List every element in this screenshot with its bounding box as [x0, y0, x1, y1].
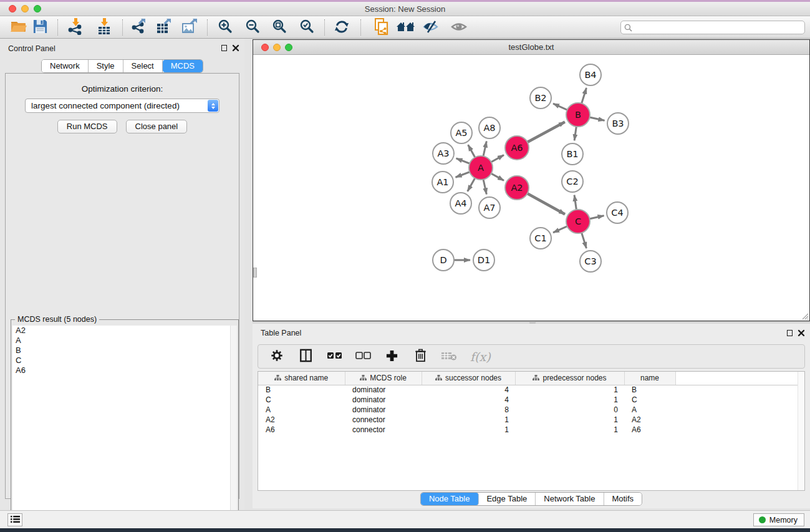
zoom-in-button[interactable]: [214, 18, 236, 37]
select-all-button[interactable]: [327, 349, 342, 364]
table-header-row[interactable]: shared nameMCDS rolesuccessor nodesprede…: [258, 372, 804, 385]
toolbar-separator: [360, 19, 361, 36]
float-panel-icon[interactable]: [787, 330, 793, 336]
function-builder-button[interactable]: f(x): [470, 350, 491, 364]
save-session-button[interactable]: [29, 18, 51, 37]
show-columns-button[interactable]: [298, 349, 313, 364]
search-box: [620, 21, 805, 34]
zoom-out-button[interactable]: [241, 18, 264, 37]
hide-selected-button[interactable]: [420, 18, 442, 37]
criterion-dropdown[interactable]: largest connected component (directed): [25, 99, 219, 113]
mcds-result-item[interactable]: A2: [12, 326, 237, 336]
graph-node-A[interactable]: A: [468, 155, 493, 180]
import-table-button[interactable]: [92, 18, 115, 37]
birdseye-view-handle[interactable]: [253, 268, 257, 278]
column-header-name[interactable]: name: [624, 372, 675, 385]
import-network-icon: [67, 18, 84, 37]
tab-network[interactable]: Network: [42, 60, 89, 72]
tab-network-table[interactable]: Network Table: [536, 493, 604, 505]
column-header-successor-nodes[interactable]: successor nodes: [422, 372, 515, 385]
mcds-result-item[interactable]: A6: [12, 365, 237, 375]
column-header-predecessor-nodes[interactable]: predecessor nodes: [515, 372, 624, 385]
table-cell: A2: [258, 415, 345, 425]
network-canvas[interactable]: AA1A2A3A4A5A6A7A8BB1B2B3B4CC1C2C3C4DD1: [253, 55, 809, 321]
deselect-all-button[interactable]: [355, 349, 370, 364]
table-row[interactable]: Adominator80A: [258, 405, 804, 415]
show-all-button[interactable]: [448, 18, 470, 37]
mcds-result-item[interactable]: C: [12, 355, 237, 365]
delete-table-button[interactable]: [441, 349, 456, 364]
graph-node-A6[interactable]: A6: [504, 135, 529, 160]
tab-motifs[interactable]: Motifs: [604, 493, 642, 505]
mcds-result-item[interactable]: B: [12, 346, 237, 355]
close-panel-icon[interactable]: [232, 44, 239, 52]
resize-grip-icon[interactable]: [801, 312, 809, 320]
apply-layout-button[interactable]: [330, 18, 353, 37]
tab-node-table[interactable]: Node Table: [421, 493, 479, 505]
zoom-selected-button[interactable]: [296, 18, 318, 37]
graph-node-B2[interactable]: B2: [529, 87, 552, 109]
column-header-shared-name[interactable]: shared name: [258, 372, 345, 385]
table-cell: C: [258, 395, 345, 405]
graph-node-C1[interactable]: C1: [529, 227, 552, 249]
table-scrollbar[interactable]: [798, 372, 804, 490]
graph-node-C[interactable]: C: [566, 209, 591, 234]
graph-node-A5[interactable]: A5: [450, 122, 473, 144]
graph-node-A4[interactable]: A4: [450, 192, 472, 215]
tab-edge-table[interactable]: Edge Table: [478, 493, 536, 505]
table-row[interactable]: A6connector11A6: [258, 425, 804, 435]
delete-table-icon: [441, 351, 457, 363]
table-row[interactable]: Bdominator41B: [258, 385, 804, 395]
export-table-button[interactable]: [152, 18, 175, 37]
graph-node-C2[interactable]: C2: [561, 170, 584, 193]
graph-node-A2[interactable]: A2: [504, 175, 529, 200]
tab-style[interactable]: Style: [89, 60, 123, 72]
tab-select[interactable]: Select: [123, 60, 163, 72]
graph-node-A3[interactable]: A3: [432, 142, 455, 165]
table-cell: connector: [345, 415, 422, 425]
float-panel-icon[interactable]: [221, 45, 227, 51]
new-network-from-selection-button[interactable]: [370, 18, 393, 37]
export-image-button[interactable]: [178, 18, 201, 37]
import-network-button[interactable]: [64, 18, 86, 37]
export-network-button[interactable]: [127, 18, 150, 37]
dropdown-stepper-icon: [208, 100, 218, 112]
zoom-in-icon: [218, 19, 233, 36]
memory-button[interactable]: Memory: [753, 513, 804, 526]
open-session-button[interactable]: [7, 18, 30, 37]
table-cell: dominator: [345, 395, 422, 405]
first-neighbors-button[interactable]: [395, 18, 417, 37]
graph-node-B1[interactable]: B1: [561, 143, 584, 165]
graph-node-C3[interactable]: C3: [579, 250, 602, 273]
graph-node-B[interactable]: B: [566, 102, 591, 127]
task-history-button[interactable]: [7, 513, 22, 526]
table-options-button[interactable]: [269, 349, 284, 364]
close-panel-button[interactable]: Close panel: [126, 120, 188, 133]
copy-network-icon: [374, 18, 390, 37]
delete-column-button[interactable]: [413, 349, 428, 364]
tab-mcds[interactable]: MCDS: [163, 60, 203, 72]
graph-node-C4[interactable]: C4: [606, 201, 629, 224]
graph-node-A1[interactable]: A1: [432, 171, 454, 193]
mcds-result-item[interactable]: A: [12, 336, 237, 346]
graph-node-B4[interactable]: B4: [579, 64, 602, 86]
add-column-button[interactable]: [384, 349, 399, 364]
network-window-titlebar[interactable]: testGlobe.txt: [253, 40, 809, 55]
column-header-MCDS-role[interactable]: MCDS role: [345, 372, 422, 385]
graph-node-A7[interactable]: A7: [478, 196, 501, 219]
main-toolbar: [0, 16, 810, 39]
graph-node-D[interactable]: D: [432, 249, 455, 271]
zoom-fit-button[interactable]: [268, 18, 291, 37]
table-cell: 1: [422, 425, 515, 435]
run-mcds-button[interactable]: Run MCDS: [57, 120, 117, 133]
mcds-list-scrollbar[interactable]: [230, 326, 237, 530]
graph-node-A8[interactable]: A8: [478, 117, 501, 139]
graph-node-B3[interactable]: B3: [607, 112, 629, 135]
table-cell: 1: [422, 415, 515, 425]
table-row[interactable]: A2connector11A2: [258, 415, 804, 425]
search-input[interactable]: [636, 22, 801, 33]
close-panel-icon[interactable]: [798, 329, 805, 337]
graph-node-D1[interactable]: D1: [473, 249, 495, 271]
table-panel-tabs: Node TableEdge TableNetwork TableMotifs: [420, 492, 642, 506]
table-row[interactable]: Cdominator41C: [258, 395, 804, 405]
